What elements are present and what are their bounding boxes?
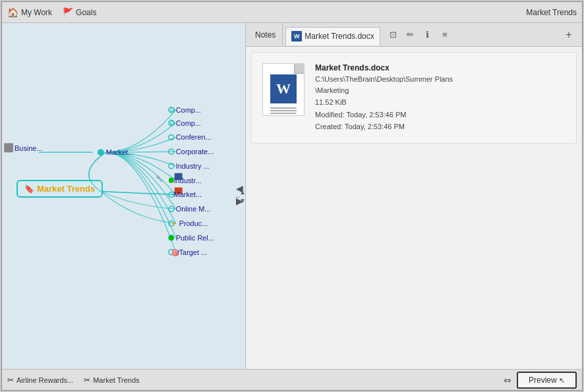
svg-text:Public Rel...: Public Rel... xyxy=(176,234,214,242)
file-path: C:\Users\TheBrain\Desktop\Summer Plans\M… xyxy=(315,74,453,96)
preview-label: Preview xyxy=(529,376,557,385)
svg-text:Comp...: Comp... xyxy=(176,106,201,114)
arrow-up[interactable]: ▲ xyxy=(239,188,246,196)
file-modified: Modified: Today, 2:53:46 PM xyxy=(315,109,453,121)
image-btn[interactable]: ⊡ xyxy=(386,27,401,43)
app-container: 🏠 My Work 🚩 Goals Market Trends xyxy=(1,1,583,391)
right-content-area: W Market Trends.docx C:\Users\TheBrain\D… xyxy=(246,47,582,369)
menu-btn[interactable]: ≡ xyxy=(437,27,453,43)
word-badge: W xyxy=(270,74,297,103)
svg-rect-14 xyxy=(4,143,13,152)
word-icon: W xyxy=(291,31,302,42)
add-button[interactable]: + xyxy=(561,27,577,43)
bottom-market-label: Market Trends xyxy=(93,376,139,384)
svg-point-12 xyxy=(169,178,174,183)
bottom-market[interactable]: ✂ Market Trends xyxy=(84,376,139,385)
tab-actions: ⊡ ✏ ℹ ≡ xyxy=(386,27,453,43)
notes-tab-label: Notes xyxy=(255,30,276,40)
bottom-left: ✂ Airline Rewards... ✂ Market Trends xyxy=(7,376,140,385)
add-icon: + xyxy=(566,29,571,41)
bottom-airline[interactable]: ✂ Airline Rewards... xyxy=(7,376,73,385)
svg-text:Busine...: Busine... xyxy=(15,144,42,152)
file-size: 11.52 KiB xyxy=(315,97,453,108)
bottom-airline-label: Airline Rewards... xyxy=(16,376,73,384)
info-btn[interactable]: ℹ xyxy=(420,27,436,43)
arrow-down[interactable]: ▼ xyxy=(239,197,246,204)
nav-goals[interactable]: 🚩 Goals xyxy=(63,7,96,17)
svg-point-13 xyxy=(169,235,174,240)
main-content: Busine... Market... 🔧 Comp... Comp... Co… xyxy=(2,23,582,369)
file-info-panel: W Market Trends.docx C:\Users\TheBrain\D… xyxy=(251,52,577,144)
right-tab-bar: Notes W Market Trends.docx ⊡ ✏ ℹ ≡ + xyxy=(246,23,582,47)
nav-goals-label: Goals xyxy=(76,8,96,17)
doc-lines xyxy=(268,106,299,115)
market-trends-node-icon: 🔖 xyxy=(24,184,34,194)
file-details: Market Trends.docx C:\Users\TheBrain\Des… xyxy=(315,63,453,132)
file-name: Market Trends.docx xyxy=(315,63,453,72)
doc-line xyxy=(270,110,297,111)
market-trends-node-label: Market Trends xyxy=(37,184,95,194)
file-tab-label: Market Trends.docx xyxy=(305,32,374,41)
market-trends-node[interactable]: 🔖 Market Trends xyxy=(16,180,103,198)
svg-text:Conferen...: Conferen... xyxy=(176,133,212,141)
nav-mywork[interactable]: 🏠 My Work xyxy=(7,7,52,18)
svg-point-16 xyxy=(98,149,104,155)
svg-text:Comp...: Comp... xyxy=(176,119,201,127)
doc-line xyxy=(270,113,297,114)
svg-text:✦: ✦ xyxy=(171,220,177,227)
left-panel: Busine... Market... 🔧 Comp... Comp... Co… xyxy=(2,23,246,369)
bottom-bar: ✂ Airline Rewards... ✂ Market Trends ⇔ P… xyxy=(2,369,582,390)
top-bar: 🏠 My Work 🚩 Goals Market Trends xyxy=(2,2,582,23)
scissors-icon-2: ✂ xyxy=(84,376,90,385)
svg-text:Industr...: Industr... xyxy=(174,177,202,184)
svg-text:🔧: 🔧 xyxy=(156,175,163,182)
svg-text:Target ...: Target ... xyxy=(179,248,207,256)
edit-btn[interactable]: ✏ xyxy=(403,27,419,43)
right-panel: Notes W Market Trends.docx ⊡ ✏ ℹ ≡ + xyxy=(246,23,582,369)
resize-arrows[interactable]: ▲ ▼ xyxy=(239,188,246,204)
svg-text:Corporate...: Corporate... xyxy=(176,148,214,155)
preview-button[interactable]: Preview ↖ xyxy=(517,372,577,389)
svg-text:Market...: Market... xyxy=(174,190,202,198)
svg-text:Industry ...: Industry ... xyxy=(176,162,210,170)
cursor-icon: ↖ xyxy=(559,376,565,384)
flag-icon: 🚩 xyxy=(63,7,73,17)
resize-icon: ⇔ xyxy=(504,375,511,385)
file-created: Created: Today, 2:53:46 PM xyxy=(315,121,453,132)
word-badge-letter: W xyxy=(276,80,291,98)
svg-text:Produc...: Produc... xyxy=(179,219,208,227)
word-doc-icon: W xyxy=(262,63,305,116)
notes-tab[interactable]: Notes xyxy=(248,23,283,46)
home-icon: 🏠 xyxy=(7,7,18,18)
svg-text:Online M...: Online M... xyxy=(176,205,211,213)
scissors-icon-1: ✂ xyxy=(7,376,14,385)
top-bar-title: Market Trends xyxy=(526,8,577,17)
top-bar-nav: 🏠 My Work 🚩 Goals xyxy=(7,7,96,18)
doc-line xyxy=(270,107,297,109)
nav-mywork-label: My Work xyxy=(21,8,52,17)
svg-text:Market...: Market... xyxy=(106,148,134,156)
file-tab[interactable]: W Market Trends.docx xyxy=(285,27,380,45)
